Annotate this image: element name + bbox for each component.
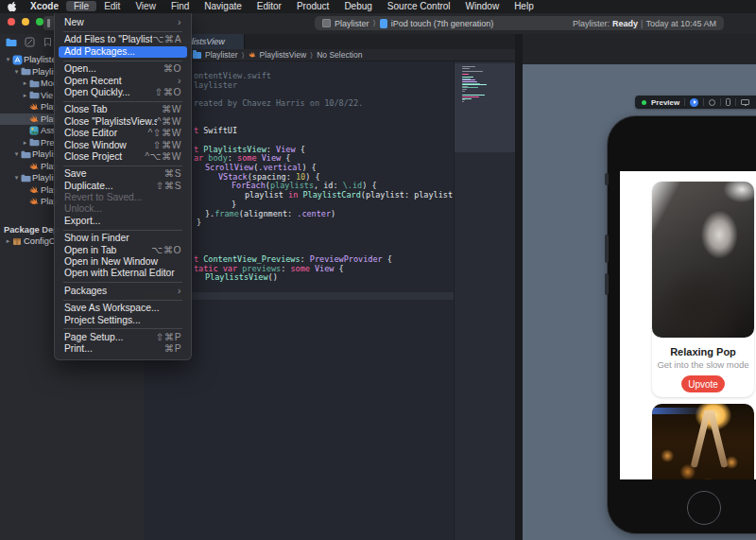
code-line: laylister: [194, 80, 237, 90]
breadcrumb-file[interactable]: PlaylistsView: [260, 50, 306, 60]
folder-icon: [29, 79, 41, 88]
upvote-button[interactable]: Upvote: [681, 375, 725, 392]
source-control-navigator-tab-icon[interactable]: [25, 34, 35, 51]
menu-item-project-settings[interactable]: Project Settings...: [59, 315, 187, 326]
ipod-touch-frame: Relaxing Pop Get into the slow mode Upvo…: [608, 116, 756, 533]
divider: [720, 98, 721, 106]
menubar-item-find[interactable]: Find: [163, 1, 197, 11]
menu-item-print[interactable]: Print...⌘P: [59, 343, 187, 355]
jump-bar-breadcrumb[interactable]: Playlister ⟩ PlaylistsView ⟩ No Selectio…: [144, 49, 515, 61]
code-line: playlist in PlaylistCard(playlist: playl…: [245, 190, 455, 200]
menu-item-export[interactable]: Export...: [59, 216, 187, 227]
source-editor[interactable]: PlaylistsView Playlister ⟩ PlaylistsView…: [144, 34, 515, 540]
swift-icon: [29, 185, 41, 195]
menubar-item-view[interactable]: View: [128, 1, 163, 11]
zoom-window-button[interactable]: [36, 18, 43, 26]
minimap-code-mark: [462, 71, 483, 72]
folder-icon: [21, 174, 32, 183]
disclosure-triangle-icon[interactable]: ▾: [12, 68, 21, 76]
code-line: ScrollView(.vertical) {: [205, 163, 317, 172]
minimize-window-button[interactable]: [22, 18, 29, 26]
menu-item-close-editor[interactable]: Close Editor^⇧⌘W: [59, 128, 187, 139]
apple-logo-icon[interactable]: [8, 1, 17, 12]
menubar-item-source-control[interactable]: Source Control: [380, 1, 458, 11]
folder-icon: [193, 52, 201, 59]
app-screen: Relaxing Pop Get into the slow mode Upvo…: [620, 171, 756, 479]
menu-item-close-playlistsview-swift[interactable]: Close "PlaylistsView.swift"^⌘W: [59, 116, 187, 128]
menu-item-new[interactable]: New›: [59, 17, 187, 28]
menu-item-open[interactable]: Open...⌘O: [59, 63, 187, 75]
menu-item-revert-to-saved: Revert to Saved...: [59, 192, 187, 203]
folder-icon: [29, 91, 41, 99]
disclosure-triangle-icon[interactable]: ▾: [12, 150, 21, 158]
menubar-item-help[interactable]: Help: [507, 1, 541, 11]
volume-up-button: [605, 235, 609, 263]
menubar-item-navigate[interactable]: Navigate: [197, 1, 249, 11]
preview-on-device-icon[interactable]: [741, 99, 749, 105]
status-time: Today at 10:45 AM: [645, 19, 716, 28]
disclosure-triangle-icon[interactable]: ▸: [21, 79, 29, 87]
disclosure-triangle-icon[interactable]: ▾: [4, 56, 12, 63]
menu-item-open-in-tab[interactable]: Open in Tab⌥⌘O: [59, 245, 187, 256]
menu-item-duplicate[interactable]: Duplicate...⇧⌘S: [59, 181, 187, 192]
selectable-mode-icon[interactable]: [709, 99, 715, 106]
minimap[interactable]: [454, 61, 515, 540]
preview-label: Preview: [651, 98, 679, 107]
menu-item-open-recent[interactable]: Open Recent›: [59, 76, 187, 87]
menubar-item-edit[interactable]: Edit: [96, 1, 128, 11]
code-line: }.frame(alignment: .center): [205, 209, 335, 218]
menu-item-save-as-workspace[interactable]: Save As Workspace...: [59, 303, 187, 314]
menubar-item-xcode[interactable]: Xcode: [23, 1, 66, 11]
package-icon: [12, 236, 24, 246]
disclosure-triangle-icon[interactable]: ▾: [12, 174, 21, 182]
menu-item-close-tab[interactable]: Close Tab⌘W: [59, 104, 187, 115]
close-window-button[interactable]: [8, 18, 15, 26]
menu-item-open-with-external-editor[interactable]: Open with External Editor: [59, 268, 187, 279]
code-line: tatic var previews: some View {: [194, 264, 344, 273]
disclosure-triangle-icon[interactable]: ▸: [21, 139, 29, 147]
menu-separator: [63, 165, 182, 166]
menu-item-add-packages[interactable]: Add Packages...: [59, 46, 187, 58]
menu-item-save[interactable]: Save⌘S: [59, 168, 187, 180]
bookmarks-navigator-tab-icon[interactable]: [43, 34, 53, 51]
menubar-item-editor[interactable]: Editor: [249, 1, 289, 11]
run-destination-name[interactable]: iPod touch (7th generation): [391, 19, 494, 28]
file-menu-dropdown: New›Add Files to "Playlister"...⌥⌘AAdd P…: [54, 13, 192, 360]
playlist-card: Relaxing Pop Get into the slow mode Upvo…: [652, 182, 754, 397]
editor-canvas-divider[interactable]: [515, 34, 523, 540]
menu-separator: [63, 230, 182, 231]
scheme-and-status-bar[interactable]: Playlister ⟩ iPod touch (7th generation)…: [315, 16, 724, 30]
menubar-item-debug[interactable]: Debug: [336, 1, 379, 11]
code-line: }: [197, 218, 201, 227]
menu-item-show-in-finder[interactable]: Show in Finder: [59, 233, 187, 244]
menu-item-packages[interactable]: Packages›: [59, 286, 187, 297]
code-line: ForEach(playlists, id: \.id) {: [232, 181, 377, 190]
menu-separator: [63, 328, 182, 329]
menubar-item-file[interactable]: File: [66, 1, 96, 11]
menubar-item-product[interactable]: Product: [289, 1, 336, 11]
menu-item-open-quickly[interactable]: Open Quickly...⇧⌘O: [59, 87, 187, 98]
code-line: t ContentView_Previews: PreviewProvider …: [194, 254, 392, 264]
code-line: t PlaylistsView: View {: [194, 145, 305, 154]
menu-item-add-files-to-playlister[interactable]: Add Files to "Playlister"...⌥⌘A: [59, 34, 187, 45]
menu-item-close-window[interactable]: Close Window⇧⌘W: [59, 140, 187, 151]
menu-item-close-project[interactable]: Close Project^⌥⌘W: [59, 151, 187, 163]
menu-separator: [63, 282, 182, 283]
menu-separator: [63, 61, 182, 61]
breadcrumb-project[interactable]: Playlister: [205, 50, 237, 60]
editor-tab-bar: PlaylistsView: [144, 34, 515, 49]
live-preview-button[interactable]: [690, 98, 698, 107]
code-line: PlaylistsView(): [205, 272, 278, 282]
breadcrumb-selection[interactable]: No Selection: [317, 50, 362, 60]
menubar-item-window[interactable]: Window: [458, 1, 507, 11]
minimap-code-mark: [462, 91, 465, 92]
device-settings-icon[interactable]: [726, 98, 730, 106]
project-navigator-tab-icon[interactable]: [6, 34, 17, 51]
disclosure-triangle-icon[interactable]: ▸: [21, 92, 29, 99]
disclosure-triangle-icon[interactable]: ▸: [4, 237, 12, 245]
menu-item-unlock: Unlock...: [59, 203, 187, 215]
menu-item-open-in-new-window[interactable]: Open in New Window: [59, 256, 187, 268]
menu-item-page-setup[interactable]: Page Setup...⇧⌘P: [59, 332, 187, 343]
scheme-project-name[interactable]: Playlister: [335, 19, 369, 28]
xcode-desktop: XcodeFileEditViewFindNavigateEditorProdu…: [0, 0, 756, 540]
